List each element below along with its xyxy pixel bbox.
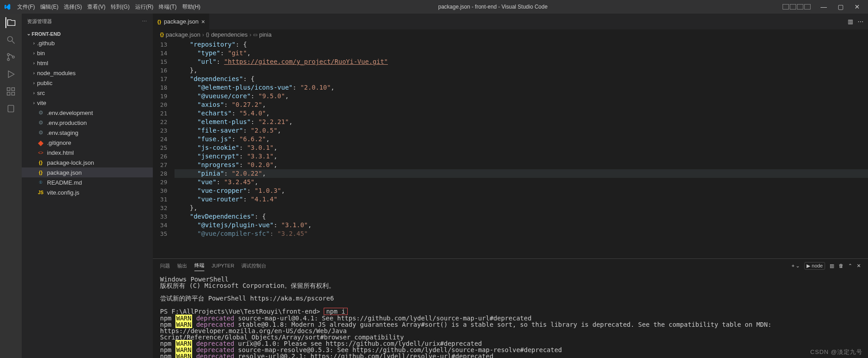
tree-item-package.json[interactable]: {}package.json (22, 167, 153, 177)
tab-more-icon[interactable]: ⋯ (858, 18, 863, 25)
activity-bar (0, 14, 22, 358)
json-icon: {} (160, 32, 164, 37)
ptab-output[interactable]: 输出 (177, 261, 187, 271)
html-icon: <> (37, 149, 44, 156)
search-icon[interactable] (5, 34, 16, 45)
tabs-row: {} package.json × ▥ ⋯ (153, 14, 868, 29)
explorer-icon[interactable] (5, 17, 16, 28)
menu-help[interactable]: 帮助(H) (179, 3, 203, 11)
sidebar-more-icon[interactable]: ⋯ (142, 19, 147, 24)
menu-view[interactable]: 查看(V) (85, 3, 108, 11)
svg-point-3 (7, 58, 9, 61)
sidebar-title: 资源管理器 (27, 18, 52, 25)
line-gutter: 1314151617181920212223242526272829303132… (153, 39, 175, 258)
tab-label: package.json (164, 18, 199, 25)
folder-root[interactable]: ⌄ FRONT-END (22, 29, 153, 38)
ptab-terminal[interactable]: 终端 (194, 260, 204, 271)
string-icon: ▭ (253, 32, 257, 37)
panel-tabs: 问题 输出 终端 JUPYTER 调试控制台 + ⌄ ▶ node ▥ 🗑 ⌃ … (153, 259, 868, 272)
minimize-button[interactable]: — (816, 3, 831, 10)
shell-selector[interactable]: ▶ node (804, 262, 825, 270)
terminal[interactable]: Windows PowerShell版权所有 (C) Microsoft Cor… (153, 272, 868, 358)
gear-icon: ⚙ (37, 119, 44, 126)
bc-item[interactable]: dependencies (211, 31, 248, 38)
accounts-icon[interactable] (5, 103, 16, 114)
kill-terminal-icon[interactable]: 🗑 (839, 263, 844, 268)
debug-icon[interactable] (5, 69, 16, 80)
json-icon: {} (37, 169, 44, 176)
file-tree: ›.github›bin›html›node_modules›public›sr… (22, 38, 153, 197)
menu-run[interactable]: 运行(R) (132, 3, 156, 11)
svg-line-1 (12, 41, 15, 44)
menu-bar: 文件(F) 编辑(E) 选择(S) 查看(V) 转到(G) 运行(R) 终端(T… (0, 0, 868, 14)
layout-icons[interactable] (783, 4, 811, 10)
close-icon[interactable]: × (201, 18, 205, 25)
chevron-right-icon: › (202, 31, 204, 38)
extensions-icon[interactable] (5, 86, 16, 97)
maximize-panel-icon[interactable]: ⌃ (848, 263, 852, 269)
scm-icon[interactable] (5, 52, 16, 62)
git-icon: ◆ (37, 139, 44, 146)
json-icon: {} (37, 159, 44, 166)
menu-terminal[interactable]: 终端(T) (156, 3, 179, 11)
vscode-icon (4, 3, 11, 10)
svg-rect-8 (7, 92, 10, 95)
svg-rect-10 (8, 105, 14, 112)
svg-rect-6 (7, 88, 10, 91)
tree-item-README.md[interactable]: ①README.md (22, 177, 153, 187)
close-button[interactable]: ✕ (850, 3, 864, 10)
gear-icon: ⚙ (37, 129, 44, 136)
tree-item-.env.development[interactable]: ⚙.env.development (22, 108, 153, 118)
menu-edit[interactable]: 编辑(E) (38, 3, 61, 11)
tree-item-node_modules[interactable]: ›node_modules (22, 68, 153, 78)
tree-item-.env.staging[interactable]: ⚙.env.staging (22, 128, 153, 138)
tree-item-.github[interactable]: ›.github (22, 38, 153, 48)
tree-item-src[interactable]: ›src (22, 88, 153, 98)
svg-rect-9 (12, 92, 14, 95)
window-controls: — ▢ ✕ (816, 3, 864, 10)
js-icon: JS (37, 189, 44, 196)
panel: 问题 输出 终端 JUPYTER 调试控制台 + ⌄ ▶ node ▥ 🗑 ⌃ … (153, 258, 868, 358)
editor-area: {} package.json × ▥ ⋯ {} package.json › … (153, 14, 868, 358)
chevron-right-icon: › (250, 31, 251, 38)
svg-rect-7 (12, 88, 14, 91)
menu-goto[interactable]: 转到(G) (108, 3, 132, 11)
chevron-down-icon: ⌄ (25, 31, 32, 37)
breadcrumb[interactable]: {} package.json › {} dependencies › ▭ pi… (153, 29, 868, 39)
tree-item-index.html[interactable]: <>index.html (22, 148, 153, 158)
svg-point-2 (7, 53, 9, 56)
new-terminal-icon[interactable]: + ⌄ (792, 263, 800, 269)
tree-item-package-lock.json[interactable]: {}package-lock.json (22, 158, 153, 167)
tree-item-.env.production[interactable]: ⚙.env.production (22, 118, 153, 128)
split-editor-icon[interactable]: ▥ (848, 18, 853, 25)
tree-item-.gitignore[interactable]: ◆.gitignore (22, 138, 153, 148)
watermark: CSDN @淡定九号 (810, 348, 863, 356)
split-terminal-icon[interactable]: ▥ (830, 263, 834, 269)
gear-icon: ⚙ (37, 109, 44, 116)
json-icon: {} (206, 32, 209, 37)
menu-file[interactable]: 文件(F) (14, 3, 38, 11)
sidebar-header: 资源管理器 ⋯ (22, 14, 153, 29)
tab-package-json[interactable]: {} package.json × (153, 14, 210, 29)
tree-item-public[interactable]: ›public (22, 78, 153, 88)
bc-item[interactable]: package.json (166, 31, 201, 38)
ptab-jupyter[interactable]: JUPYTER (212, 261, 234, 270)
tree-item-vite[interactable]: ›vite (22, 98, 153, 108)
tree-item-bin[interactable]: ›bin (22, 48, 153, 58)
tree-item-html[interactable]: ›html (22, 58, 153, 68)
menu-select[interactable]: 选择(S) (61, 3, 85, 11)
tab-actions: ▥ ⋯ (848, 18, 868, 25)
tree-item-vite.config.js[interactable]: JSvite.config.js (22, 187, 153, 197)
bc-item[interactable]: pinia (259, 31, 271, 38)
ptab-debug[interactable]: 调试控制台 (241, 261, 266, 271)
md-icon: ① (37, 179, 44, 186)
ptab-problems[interactable]: 问题 (160, 261, 170, 271)
svg-point-4 (12, 56, 14, 58)
window-title: package.json - front-end - Visual Studio… (203, 4, 783, 10)
svg-marker-5 (9, 71, 14, 78)
svg-point-0 (8, 37, 13, 42)
code-editor[interactable]: 1314151617181920212223242526272829303132… (153, 39, 868, 258)
maximize-button[interactable]: ▢ (833, 3, 848, 10)
close-panel-icon[interactable]: ✕ (857, 263, 861, 269)
code-lines[interactable]: "repository": { "type": "git", "url": "h… (175, 39, 868, 258)
